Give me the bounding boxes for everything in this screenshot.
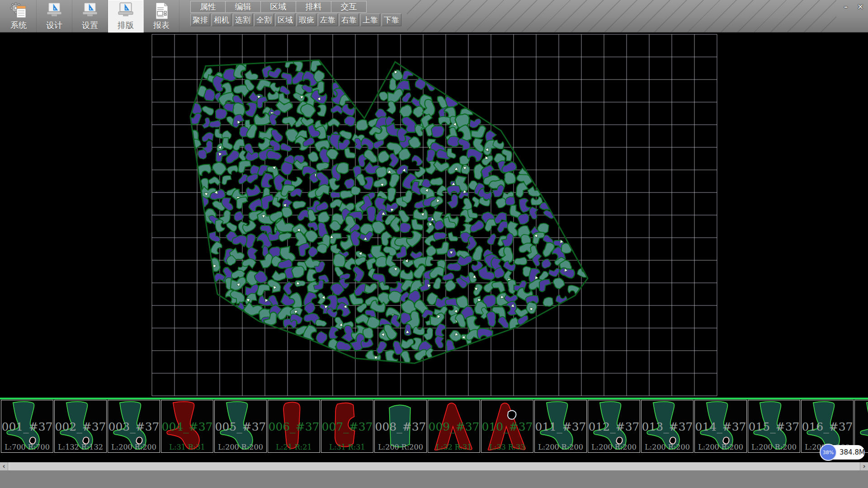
part-number: 006_#37 <box>268 420 320 433</box>
menu-tab-交互[interactable]: 交互 <box>331 1 367 13</box>
parts-thumbnail-strip: 001_#37L:700 R:700002_#37L:132 R:132003_… <box>0 398 868 462</box>
status-badge[interactable]: 38% 384.8M <box>820 444 865 461</box>
menu-tab-属性[interactable]: 属性 <box>190 1 226 13</box>
part-lr-count: L:132 R:132 <box>55 443 106 451</box>
badge-progress-circle: 38% <box>820 444 837 461</box>
main-tool-label: 报表 <box>153 20 170 30</box>
part-lr-count: L:200 R:200 <box>108 443 160 451</box>
scroll-right-button[interactable]: › <box>860 462 868 470</box>
part-thumbnail-006_#37[interactable]: 006_#37L:21 R:21 <box>268 400 320 453</box>
nested-pieces <box>186 57 589 366</box>
part-thumbnail-013_#37[interactable]: 013_#37L:200 R:200 <box>641 400 693 453</box>
part-number: 002_#37 <box>55 420 106 433</box>
tool-button-相机[interactable]: 相机 <box>212 14 231 26</box>
tool-button-上靠[interactable]: 上靠 <box>360 14 380 26</box>
minimize-button[interactable]: – <box>840 1 852 12</box>
main-tool-label: 设置 <box>82 20 98 30</box>
tool-button-瑕疵[interactable]: 瑕疵 <box>297 14 316 26</box>
part-number: 003_#37 <box>108 420 160 433</box>
part-number: 001_#37 <box>1 420 53 433</box>
badge-memory: 384.8M <box>840 444 865 461</box>
part-number: 004_#37 <box>161 420 213 433</box>
nesting-canvas[interactable] <box>0 33 868 398</box>
part-number: 010_#37 <box>481 420 533 433</box>
part-number: 016_#37 <box>802 420 853 433</box>
badge-percent: 38% <box>823 450 834 455</box>
tool-button-下靠[interactable]: 下靠 <box>382 14 401 26</box>
nesting-ruler-icon <box>117 1 135 20</box>
part-thumbnail-007_#37[interactable]: 007_#37L:31 R:31 <box>321 400 373 453</box>
tool-button-全割[interactable]: 全割 <box>254 14 274 26</box>
design-ruler-icon <box>45 1 63 20</box>
strip-separator-line <box>0 398 868 399</box>
list <box>17 6 26 18</box>
tool-button-选割[interactable]: 选割 <box>233 14 253 26</box>
application-window: 系统设计设置排版报表 属性编辑区域排料交互 聚排相机选割全割区域瑕疵左靠右靠上靠… <box>0 0 868 488</box>
main-tool-报表[interactable]: 报表 <box>144 0 179 33</box>
part-lr-count: L:200 R:200 <box>642 443 693 451</box>
tool-button-区域[interactable]: 区域 <box>275 14 295 26</box>
part-lr-count: L:200 R:200 <box>215 443 266 451</box>
part-thumbnail-002_#37[interactable]: 002_#37L:132 R:132 <box>54 400 107 453</box>
part-lr-count: L:200 R:200 <box>695 443 746 451</box>
part-thumbnail-005_#37[interactable]: 005_#37L:200 R:200 <box>214 400 267 453</box>
part-lr-count: L:200 R:200 <box>535 443 586 451</box>
part-lr-count: L:33 R:33 <box>481 443 533 451</box>
part-thumbnail-009_#37[interactable]: 009_#37L:32 R:31 <box>428 400 480 453</box>
status-bar <box>0 470 868 488</box>
part-thumbnail-011_#37[interactable]: 011_#37L:200 R:200 <box>534 400 587 453</box>
part-thumbnail-012_#37[interactable]: 012_#37L:200 R:200 <box>588 400 640 453</box>
part-thumbnail-003_#37[interactable]: 003_#37L:200 R:200 <box>108 400 160 453</box>
menu-tab-排料[interactable]: 排料 <box>296 1 331 13</box>
menu-tab-区域[interactable]: 区域 <box>261 1 296 13</box>
main-tool-系统[interactable]: 系统 <box>1 0 37 33</box>
part-lr-count: L:31 R:31 <box>161 443 213 451</box>
close-button[interactable]: ✕ <box>854 1 867 12</box>
part-lr-count: L:700 R:700 <box>1 443 53 451</box>
part-lr-count: L:200 R:200 <box>748 443 800 451</box>
part-number: 008_#37 <box>375 420 426 433</box>
menu-tab-编辑[interactable]: 编辑 <box>226 1 261 13</box>
part-number: 005_#37 <box>215 420 266 433</box>
part-lr-count: L:21 R:21 <box>268 443 320 451</box>
part-thumbnail-015_#37[interactable]: 015_#37L:200 R:200 <box>748 400 800 453</box>
part-lr-count: L:32 R:31 <box>428 443 480 451</box>
part-thumbnail-004_#37[interactable]: 004_#37L:31 R:31 <box>161 400 213 453</box>
part-number: 007_#37 <box>321 420 373 433</box>
report-doc-icon <box>152 1 170 20</box>
main-tool-label: 系统 <box>10 20 27 30</box>
tool-button-bar: 聚排相机选割全割区域瑕疵左靠右靠上靠下靠 <box>190 14 401 26</box>
top-toolbar: 系统设计设置排版报表 属性编辑区域排料交互 聚排相机选割全割区域瑕疵左靠右靠上靠… <box>0 0 868 33</box>
main-toolbar: 系统设计设置排版报表 <box>1 0 179 33</box>
part-lr-count: L:200 R:200 <box>375 443 426 451</box>
horizontal-scrollbar[interactable]: ‹ › <box>0 462 868 470</box>
main-tool-设计[interactable]: 设计 <box>37 0 72 33</box>
toolbar-hatch-texture <box>407 0 836 33</box>
part-number: 012_#37 <box>588 420 640 433</box>
main-tool-label: 设计 <box>46 20 62 30</box>
part-number: 011_#37 <box>535 420 586 433</box>
part-lr-count: L:200 R:200 <box>588 443 640 451</box>
part-number: 009_#37 <box>428 420 480 433</box>
window-controls: – ✕ <box>840 1 867 12</box>
part-number: 015_#37 <box>748 420 800 433</box>
tool-button-聚排[interactable]: 聚排 <box>190 14 210 26</box>
part-lr-count: L:31 R:31 <box>321 443 373 451</box>
part-number: 0 <box>855 420 868 433</box>
part-number: 014_#37 <box>695 420 746 433</box>
tool-button-左靠[interactable]: 左靠 <box>318 14 338 26</box>
part-number: 013_#37 <box>642 420 693 433</box>
main-tool-排版[interactable]: 排版 <box>108 0 144 33</box>
part-thumbnail-010_#37[interactable]: 010_#37L:33 R:33 <box>481 400 533 453</box>
system-gear-icon <box>9 1 28 20</box>
menu-tab-bar: 属性编辑区域排料交互 <box>190 1 367 13</box>
main-tool-设置[interactable]: 设置 <box>72 0 108 33</box>
tool-button-右靠[interactable]: 右靠 <box>339 14 359 26</box>
nesting-canvas-area[interactable] <box>0 33 868 398</box>
main-tool-label: 排版 <box>118 20 134 30</box>
scroll-left-button[interactable]: ‹ <box>0 462 8 470</box>
part-thumbnail-001_#37[interactable]: 001_#37L:700 R:700 <box>1 400 53 453</box>
part-thumbnail-014_#37[interactable]: 014_#37L:200 R:200 <box>694 400 747 453</box>
settings-ruler-icon <box>81 1 99 20</box>
part-thumbnail-008_#37[interactable]: 008_#37L:200 R:200 <box>374 400 427 453</box>
